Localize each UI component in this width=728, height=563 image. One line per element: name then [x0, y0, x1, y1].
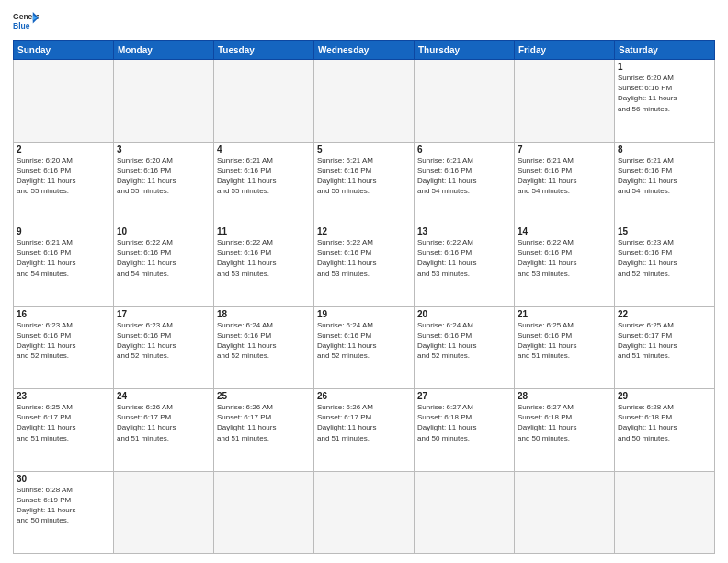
- day-info: Sunrise: 6:22 AM Sunset: 6:16 PM Dayligh…: [117, 237, 210, 279]
- calendar-cell: 30Sunrise: 6:28 AM Sunset: 6:19 PM Dayli…: [14, 471, 114, 554]
- day-number: 25: [217, 391, 311, 401]
- calendar-cell: 14Sunrise: 6:22 AM Sunset: 6:16 PM Dayli…: [515, 224, 615, 307]
- day-number: 19: [317, 309, 411, 319]
- calendar-cell: 23Sunrise: 6:25 AM Sunset: 6:17 PM Dayli…: [14, 389, 114, 472]
- calendar-cell: [314, 60, 415, 143]
- calendar-cell: [515, 471, 615, 554]
- day-info: Sunrise: 6:27 AM Sunset: 6:18 PM Dayligh…: [417, 402, 511, 443]
- day-number: 16: [17, 309, 110, 319]
- generalblue-logo-icon: General Blue: [13, 9, 39, 35]
- day-info: Sunrise: 6:25 AM Sunset: 6:17 PM Dayligh…: [17, 402, 110, 443]
- day-info: Sunrise: 6:22 AM Sunset: 6:16 PM Dayligh…: [417, 237, 511, 279]
- day-info: Sunrise: 6:20 AM Sunset: 6:16 PM Dayligh…: [618, 73, 711, 114]
- day-info: Sunrise: 6:20 AM Sunset: 6:16 PM Dayligh…: [17, 155, 110, 197]
- calendar-cell: 6Sunrise: 6:21 AM Sunset: 6:16 PM Daylig…: [415, 142, 515, 224]
- day-number: 1: [618, 62, 711, 72]
- day-info: Sunrise: 6:21 AM Sunset: 6:16 PM Dayligh…: [518, 155, 611, 197]
- day-number: 11: [217, 226, 311, 236]
- calendar-cell: 20Sunrise: 6:24 AM Sunset: 6:16 PM Dayli…: [415, 306, 515, 389]
- calendar-cell: 3Sunrise: 6:20 AM Sunset: 6:16 PM Daylig…: [114, 142, 214, 224]
- day-number: 7: [518, 144, 611, 155]
- calendar-cell: 9Sunrise: 6:21 AM Sunset: 6:16 PM Daylig…: [14, 224, 114, 307]
- day-info: Sunrise: 6:21 AM Sunset: 6:16 PM Dayligh…: [217, 155, 311, 197]
- day-info: Sunrise: 6:24 AM Sunset: 6:16 PM Dayligh…: [217, 320, 311, 362]
- calendar-cell: 13Sunrise: 6:22 AM Sunset: 6:16 PM Dayli…: [415, 224, 515, 307]
- day-number: 13: [417, 226, 511, 236]
- weekday-header-thursday: Thursday: [415, 41, 515, 60]
- week-row-6: 30Sunrise: 6:28 AM Sunset: 6:19 PM Dayli…: [14, 471, 715, 554]
- day-number: 29: [618, 391, 711, 401]
- day-number: 14: [518, 226, 611, 236]
- day-number: 5: [317, 144, 411, 155]
- calendar-cell: 2Sunrise: 6:20 AM Sunset: 6:16 PM Daylig…: [14, 142, 114, 224]
- day-info: Sunrise: 6:24 AM Sunset: 6:16 PM Dayligh…: [317, 320, 411, 362]
- svg-text:Blue: Blue: [13, 21, 30, 30]
- weekday-header-monday: Monday: [114, 41, 214, 60]
- calendar-cell: [214, 471, 314, 554]
- calendar-cell: [415, 471, 515, 554]
- calendar-cell: 27Sunrise: 6:27 AM Sunset: 6:18 PM Dayli…: [415, 389, 515, 472]
- calendar-cell: 28Sunrise: 6:27 AM Sunset: 6:18 PM Dayli…: [515, 389, 615, 472]
- day-number: 30: [17, 474, 110, 484]
- calendar-cell: 8Sunrise: 6:21 AM Sunset: 6:16 PM Daylig…: [615, 142, 715, 224]
- day-number: 26: [317, 391, 411, 401]
- calendar-cell: 11Sunrise: 6:22 AM Sunset: 6:16 PM Dayli…: [214, 224, 314, 307]
- day-info: Sunrise: 6:21 AM Sunset: 6:16 PM Dayligh…: [618, 155, 711, 197]
- calendar-cell: [415, 60, 515, 143]
- day-number: 6: [417, 144, 511, 155]
- calendar-cell: 24Sunrise: 6:26 AM Sunset: 6:17 PM Dayli…: [114, 389, 214, 472]
- calendar-cell: 1Sunrise: 6:20 AM Sunset: 6:16 PM Daylig…: [615, 60, 715, 143]
- day-info: Sunrise: 6:26 AM Sunset: 6:17 PM Dayligh…: [117, 402, 210, 443]
- calendar-cell: [14, 60, 114, 143]
- week-row-1: 1Sunrise: 6:20 AM Sunset: 6:16 PM Daylig…: [14, 60, 715, 143]
- day-info: Sunrise: 6:25 AM Sunset: 6:17 PM Dayligh…: [618, 320, 711, 362]
- logo: General Blue: [13, 9, 39, 35]
- calendar-cell: 26Sunrise: 6:26 AM Sunset: 6:17 PM Dayli…: [314, 389, 415, 472]
- calendar-cell: 19Sunrise: 6:24 AM Sunset: 6:16 PM Dayli…: [314, 306, 415, 389]
- weekday-header-friday: Friday: [515, 41, 615, 60]
- day-info: Sunrise: 6:27 AM Sunset: 6:18 PM Dayligh…: [518, 402, 611, 443]
- calendar-cell: [114, 471, 214, 554]
- calendar-cell: [515, 60, 615, 143]
- day-number: 22: [618, 309, 711, 319]
- day-number: 2: [17, 144, 110, 155]
- day-info: Sunrise: 6:28 AM Sunset: 6:18 PM Dayligh…: [618, 402, 711, 443]
- calendar-cell: 7Sunrise: 6:21 AM Sunset: 6:16 PM Daylig…: [515, 142, 615, 224]
- day-info: Sunrise: 6:23 AM Sunset: 6:16 PM Dayligh…: [618, 237, 711, 279]
- calendar-cell: 21Sunrise: 6:25 AM Sunset: 6:16 PM Dayli…: [515, 306, 615, 389]
- day-number: 4: [217, 144, 311, 155]
- day-info: Sunrise: 6:21 AM Sunset: 6:16 PM Dayligh…: [17, 237, 110, 279]
- day-number: 17: [117, 309, 210, 319]
- calendar-cell: [114, 60, 214, 143]
- day-number: 10: [117, 226, 210, 236]
- weekday-header-sunday: Sunday: [14, 41, 114, 60]
- weekday-header-row: SundayMondayTuesdayWednesdayThursdayFrid…: [14, 41, 715, 60]
- day-number: 21: [518, 309, 611, 319]
- day-info: Sunrise: 6:26 AM Sunset: 6:17 PM Dayligh…: [217, 402, 311, 443]
- day-info: Sunrise: 6:24 AM Sunset: 6:16 PM Dayligh…: [417, 320, 511, 362]
- week-row-2: 2Sunrise: 6:20 AM Sunset: 6:16 PM Daylig…: [14, 142, 715, 224]
- day-info: Sunrise: 6:22 AM Sunset: 6:16 PM Dayligh…: [317, 237, 411, 279]
- day-number: 20: [417, 309, 511, 319]
- weekday-header-tuesday: Tuesday: [214, 41, 314, 60]
- calendar-cell: 15Sunrise: 6:23 AM Sunset: 6:16 PM Dayli…: [615, 224, 715, 307]
- day-number: 8: [618, 144, 711, 155]
- day-info: Sunrise: 6:28 AM Sunset: 6:19 PM Dayligh…: [17, 485, 110, 526]
- calendar-table: SundayMondayTuesdayWednesdayThursdayFrid…: [13, 40, 715, 554]
- header: General Blue: [13, 9, 715, 35]
- calendar-cell: [214, 60, 314, 143]
- calendar-cell: 22Sunrise: 6:25 AM Sunset: 6:17 PM Dayli…: [615, 306, 715, 389]
- day-number: 15: [618, 226, 711, 236]
- day-info: Sunrise: 6:23 AM Sunset: 6:16 PM Dayligh…: [117, 320, 210, 362]
- day-info: Sunrise: 6:21 AM Sunset: 6:16 PM Dayligh…: [417, 155, 511, 197]
- day-info: Sunrise: 6:20 AM Sunset: 6:16 PM Dayligh…: [117, 155, 210, 197]
- page: General Blue SundayMondayTuesdayWednesda…: [0, 0, 728, 563]
- calendar-cell: [615, 471, 715, 554]
- calendar-cell: 12Sunrise: 6:22 AM Sunset: 6:16 PM Dayli…: [314, 224, 415, 307]
- calendar-cell: 4Sunrise: 6:21 AM Sunset: 6:16 PM Daylig…: [214, 142, 314, 224]
- calendar-cell: 10Sunrise: 6:22 AM Sunset: 6:16 PM Dayli…: [114, 224, 214, 307]
- calendar-cell: [314, 471, 415, 554]
- day-number: 12: [317, 226, 411, 236]
- calendar-cell: 16Sunrise: 6:23 AM Sunset: 6:16 PM Dayli…: [14, 306, 114, 389]
- week-row-5: 23Sunrise: 6:25 AM Sunset: 6:17 PM Dayli…: [14, 389, 715, 472]
